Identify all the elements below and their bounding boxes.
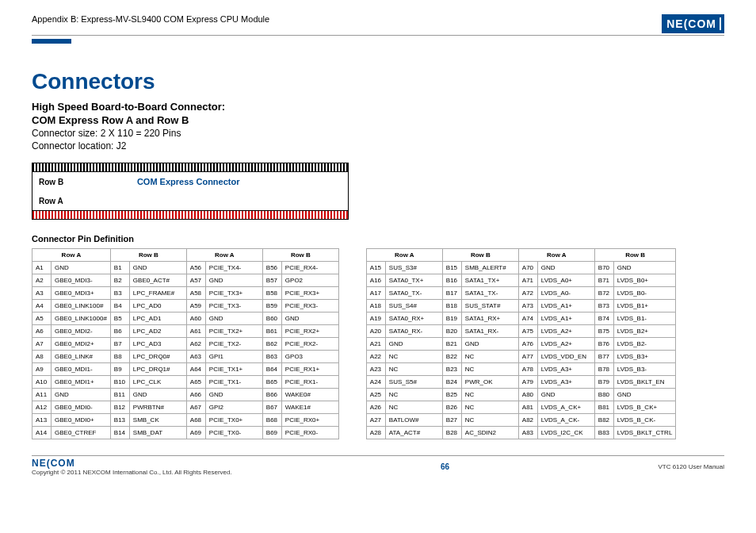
pin-cell: GBE0_CTREF: [52, 427, 111, 439]
pin-cell: B27: [442, 414, 461, 427]
pin-cell: B11: [110, 389, 129, 401]
pin-cell: A9: [32, 363, 52, 376]
pin-cell: LVDS_A_CK-: [537, 414, 594, 427]
table-row: A19SATA0_RX+B19SATA1_RX+A74LVDS_A1+B74LV…: [366, 313, 676, 325]
pin-cell: PCIE_RX1-: [281, 376, 338, 389]
pin-def-title: Connector Pin Definition: [32, 234, 724, 243]
pin-cell: NC: [461, 401, 518, 414]
pin-cell: B79: [594, 376, 613, 389]
pin-cell: PCIE_TX0+: [205, 414, 262, 427]
table-row: A4GBE0_LINK100#B4LPC_AD0A59PCIE_TX3-B59P…: [32, 300, 339, 313]
pin-cell: SATA1_TX-: [461, 287, 518, 300]
pin-cell: PCIE_RX0+: [281, 414, 338, 427]
pin-cell: A22: [366, 351, 385, 363]
pin-cell: SUS_STAT#: [461, 300, 518, 313]
pin-cell: SATA0_TX+: [385, 274, 442, 287]
pin-cell: B61: [262, 325, 281, 338]
pin-cell: B65: [262, 376, 281, 389]
subtitle-line1: High Speed Board-to-Board Connector:: [32, 101, 724, 113]
pin-cell: LVDS_B_CK-: [613, 414, 676, 427]
pin-cell: A57: [186, 274, 205, 287]
pin-cell: LPC_AD0: [129, 300, 186, 313]
pin-cell: A78: [518, 363, 537, 376]
pin-cell: B80: [594, 389, 613, 401]
pin-cell: NC: [385, 401, 442, 414]
connector-diagram: Row B COM Express Connector Row A: [32, 163, 349, 220]
accent-bar: [32, 39, 71, 44]
pin-cell: A19: [366, 313, 385, 325]
pin-cell: LVDS_A0-: [537, 287, 594, 300]
pin-cell: A8: [32, 351, 52, 363]
pin-cell: LPC_AD2: [129, 325, 186, 338]
nexcom-logo: NE(COM: [662, 14, 724, 33]
pin-cell: NC: [385, 351, 442, 363]
table-row: A1GNDB1GNDA56PCIE_TX4-B56PCIE_RX4-: [32, 262, 339, 274]
pin-cell: LVDS_A2+: [537, 338, 594, 351]
pin-cell: B70: [594, 262, 613, 274]
pin-cell: PCIE_TX3+: [205, 287, 262, 300]
pin-cell: B56: [262, 262, 281, 274]
pin-cell: PCIE_TX2-: [205, 338, 262, 351]
pin-cell: A74: [518, 313, 537, 325]
pin-cell: A69: [186, 427, 205, 439]
pin-cell: A70: [518, 262, 537, 274]
pin-cell: SMB_DAT: [129, 427, 186, 439]
manual-name: VTC 6120 User Manual: [658, 463, 724, 470]
pin-cell: B76: [594, 338, 613, 351]
pin-cell: PCIE_RX3+: [281, 287, 338, 300]
pin-cell: A68: [186, 414, 205, 427]
pin-cell: A15: [366, 262, 385, 274]
pin-cell: B15: [442, 262, 461, 274]
pin-cell: LPC_DRQ1#: [129, 363, 186, 376]
pin-cell: A62: [186, 338, 205, 351]
pin-strip-top: [32, 163, 349, 172]
table-row: A18SUS_S4#B18SUS_STAT#A73LVDS_A1+B73LVDS…: [366, 300, 676, 313]
pin-cell: GBE0_LINK100#: [52, 300, 111, 313]
pin-cell: A10: [32, 376, 52, 389]
pin-cell: A73: [518, 300, 537, 313]
copyright: Copyright © 2011 NEXCOM International Co…: [32, 469, 232, 476]
pin-cell: B12: [110, 401, 129, 414]
pin-cell: GND: [613, 389, 676, 401]
pin-cell: LVDS_B2+: [613, 325, 676, 338]
pin-cell: GBE0_MDI0+: [52, 414, 111, 427]
pin-cell: A20: [366, 325, 385, 338]
pin-cell: A6: [32, 325, 52, 338]
pin-cell: A16: [366, 274, 385, 287]
table-row: A27BATLOW#B27NCA82LVDS_A_CK-B82LVDS_B_CK…: [366, 414, 676, 427]
pin-cell: GBE0_MDI0-: [52, 401, 111, 414]
table-row: A3GBE0_MDI3+B3LPC_FRAME#A58PCIE_TX3+B58P…: [32, 287, 339, 300]
pin-cell: LVDS_B0+: [613, 274, 676, 287]
pin-cell: GND: [205, 389, 262, 401]
pin-cell: SUS_S5#: [385, 376, 442, 389]
express-label: COM Express Connector: [137, 177, 240, 186]
table-row: A14GBE0_CTREFB14SMB_DATA69PCIE_TX0-B69PC…: [32, 427, 339, 439]
table-row: A13GBE0_MDI0+B13SMB_CKA68PCIE_TX0+B68PCI…: [32, 414, 339, 427]
table-row: A17SATA0_TX-B17SATA1_TX-A72LVDS_A0-B72LV…: [366, 287, 676, 300]
table-row: A15SUS_S3#B15SMB_ALERT#A70GNDB70GND: [366, 262, 676, 274]
table-row: A28ATA_ACT#B28AC_SDIN2A83LVDS_I2C_CKB83L…: [366, 427, 676, 439]
pin-cell: A1: [32, 262, 52, 274]
pin-cell: B59: [262, 300, 281, 313]
table-row: A8GBE0_LINK#B8LPC_DRQ0#A63GPI1B63GPO3: [32, 351, 339, 363]
pin-cell: A81: [518, 401, 537, 414]
pin-cell: LVDS_A_CK+: [537, 401, 594, 414]
pin-cell: LPC_FRAME#: [129, 287, 186, 300]
col-header-rowb: Row B: [442, 249, 518, 262]
pin-cell: A63: [186, 351, 205, 363]
pin-cell: NC: [461, 414, 518, 427]
table-row: A22NCB22NCA77LVDS_VDD_ENB77LVDS_B3+: [366, 351, 676, 363]
pin-cell: GND: [129, 389, 186, 401]
pin-cell: B67: [262, 401, 281, 414]
pin-cell: GBE0_ACT#: [129, 274, 186, 287]
pin-cell: B21: [442, 338, 461, 351]
pin-cell: PCIE_RX2-: [281, 338, 338, 351]
pin-cell: A18: [366, 300, 385, 313]
pin-cell: B62: [262, 338, 281, 351]
pin-cell: PCIE_RX0-: [281, 427, 338, 439]
pin-cell: B74: [594, 313, 613, 325]
pin-cell: LPC_DRQ0#: [129, 351, 186, 363]
pin-cell: LVDS_B1+: [613, 300, 676, 313]
pin-cell: PWR_OK: [461, 376, 518, 389]
pin-cell: B17: [442, 287, 461, 300]
